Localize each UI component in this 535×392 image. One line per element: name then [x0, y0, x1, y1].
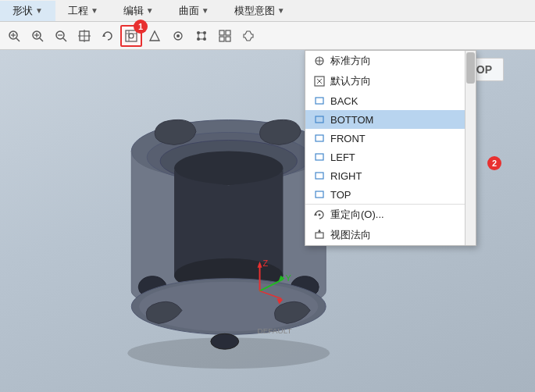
- menu-model-intent[interactable]: 模型意图 ▼: [222, 1, 298, 21]
- scrollbar-track[interactable]: [465, 51, 476, 245]
- dropdown-item-standard[interactable]: 标准方向: [305, 51, 476, 71]
- zoom-out-icon: [55, 30, 67, 42]
- standard-label: 标准方向: [330, 54, 371, 68]
- svg-line-9: [63, 38, 66, 41]
- bottom-label: BOTTOM: [330, 114, 373, 126]
- svg-rect-29: [219, 37, 224, 41]
- svg-marker-59: [314, 212, 317, 216]
- menu-surface-label: 曲面: [179, 4, 199, 18]
- menu-model-intent-label: 模型意图: [234, 4, 275, 18]
- menu-shape-arrow: ▼: [35, 6, 43, 15]
- dropdown-item-front[interactable]: FRONT: [305, 129, 476, 148]
- menu-edit-label: 编辑: [123, 4, 144, 18]
- nodes-icon: [195, 30, 208, 42]
- badge-2: 2: [487, 156, 501, 170]
- svg-rect-28: [226, 30, 230, 35]
- svg-rect-54: [316, 116, 323, 123]
- svg-text:DEFAULT: DEFAULT: [258, 326, 292, 335]
- dropdown-item-normal[interactable]: 视图法向: [305, 225, 476, 245]
- svg-line-1: [16, 38, 20, 41]
- right-label: RIGHT: [330, 170, 362, 182]
- viewport[interactable]: Z Y DEFAULT RIGHT TOP: [0, 50, 535, 392]
- back-label: BACK: [330, 95, 358, 107]
- svg-point-60: [319, 214, 321, 216]
- zoom-fit-button[interactable]: [3, 25, 25, 47]
- svg-rect-58: [316, 191, 323, 198]
- dropdown-menu-inner: 标准方向 默认方向 BACK: [305, 51, 476, 245]
- pan-icon: [78, 30, 91, 42]
- svg-rect-57: [316, 173, 323, 179]
- perspective-icon: [148, 30, 161, 42]
- svg-rect-53: [316, 98, 323, 104]
- badge-1: 1: [134, 20, 148, 34]
- svg-point-18: [177, 34, 180, 37]
- menu-surface-arrow: ▼: [202, 6, 209, 15]
- normal-view-icon: [313, 229, 326, 241]
- svg-point-41: [211, 333, 239, 349]
- render-icon: [172, 30, 184, 42]
- back-plane-icon: [313, 94, 326, 107]
- settings-icon: [242, 30, 255, 42]
- dropdown-item-reorient[interactable]: 重定向(O)...: [305, 204, 476, 225]
- svg-line-5: [40, 38, 43, 41]
- scrollbar-thumb[interactable]: [466, 52, 475, 84]
- dropdown-item-left[interactable]: LEFT: [305, 148, 476, 166]
- left-label: LEFT: [330, 151, 355, 163]
- dropdown-item-top[interactable]: TOP: [305, 185, 476, 204]
- menu-surface[interactable]: 曲面 ▼: [166, 1, 222, 21]
- menu-engineering-arrow: ▼: [91, 6, 98, 15]
- menu-engineering-label: 工程: [68, 4, 88, 18]
- left-plane-icon: [313, 151, 326, 163]
- svg-text:Y: Y: [285, 273, 291, 283]
- reorient-label: 重定向(O)...: [330, 208, 384, 222]
- dropdown-item-right[interactable]: RIGHT: [305, 166, 476, 185]
- front-plane-icon: [313, 132, 326, 144]
- rotate-button[interactable]: [97, 25, 119, 47]
- default-orient-label: 默认方向: [330, 74, 371, 88]
- menu-shape-label: 形状: [12, 4, 33, 18]
- menubar: 形状 ▼ 工程 ▼ 编辑 ▼ 曲面 ▼ 模型意图 ▼: [0, 0, 535, 22]
- standard-icon: [313, 55, 326, 67]
- settings-button[interactable]: [237, 25, 259, 47]
- menu-edit[interactable]: 编辑 ▼: [111, 1, 166, 21]
- bottom-plane-icon: [313, 113, 326, 126]
- svg-rect-56: [316, 154, 323, 160]
- toolbar: 1: [0, 22, 535, 50]
- zoom-in-icon: [31, 30, 44, 42]
- rotate-icon: [102, 30, 114, 42]
- svg-point-16: [129, 34, 134, 38]
- svg-text:Z: Z: [263, 258, 269, 268]
- svg-rect-61: [316, 233, 323, 238]
- nodes-button[interactable]: [191, 25, 212, 47]
- svg-rect-30: [226, 37, 230, 41]
- reorient-icon: [313, 208, 326, 221]
- front-label: FRONT: [330, 133, 366, 144]
- menu-edit-arrow: ▼: [146, 6, 154, 15]
- svg-marker-63: [318, 230, 321, 232]
- dropdown-menu: 标准方向 默认方向 BACK: [305, 50, 476, 246]
- grid-icon: [219, 30, 231, 42]
- dropdown-item-default[interactable]: 默认方向: [305, 71, 476, 91]
- normal-view-label: 视图法向: [330, 228, 371, 242]
- top-plane-icon: [313, 188, 326, 201]
- dropdown-item-bottom[interactable]: BOTTOM: [305, 110, 476, 129]
- main-area: Z Y DEFAULT RIGHT TOP: [0, 50, 535, 392]
- menu-model-intent-arrow: ▼: [277, 6, 285, 15]
- menu-shape[interactable]: 形状 ▼: [0, 1, 55, 21]
- menu-engineering[interactable]: 工程 ▼: [55, 1, 111, 21]
- svg-rect-27: [219, 30, 224, 35]
- right-plane-icon: [313, 169, 326, 182]
- svg-rect-55: [316, 135, 323, 141]
- top-label: TOP: [330, 189, 351, 201]
- zoom-in-button[interactable]: [27, 25, 48, 47]
- grid-button[interactable]: [214, 25, 236, 47]
- pan-button[interactable]: [73, 25, 95, 47]
- render-button[interactable]: [167, 25, 189, 47]
- zoom-fit-icon: [8, 30, 20, 42]
- zoom-out-button[interactable]: [50, 25, 72, 47]
- dropdown-item-back[interactable]: BACK: [305, 91, 476, 110]
- default-orient-icon: [313, 75, 326, 87]
